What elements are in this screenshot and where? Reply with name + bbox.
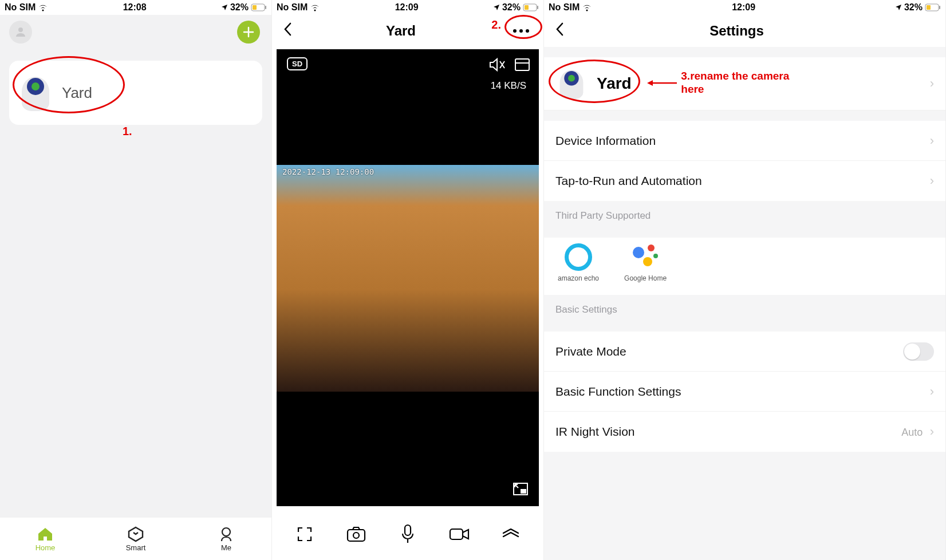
liveview-header: Yard 2.	[272, 15, 543, 47]
row-label: Private Mode	[555, 345, 626, 358]
tab-smart[interactable]: Smart	[90, 518, 181, 560]
svg-rect-7	[525, 5, 529, 10]
private-mode-toggle[interactable]	[903, 342, 934, 361]
record-button[interactable]	[447, 522, 472, 547]
alexa-icon	[565, 243, 592, 271]
bitrate-text: 14 KB/S	[491, 80, 526, 92]
home-icon	[36, 526, 54, 542]
svg-point-13	[353, 533, 359, 538]
add-device-button[interactable]	[237, 21, 260, 44]
liveview-controls	[272, 508, 543, 560]
annotation-label-2: 2.	[491, 18, 501, 31]
wifi-icon	[38, 3, 48, 11]
tab-home-label: Home	[36, 543, 56, 552]
google-home-icon	[632, 243, 659, 271]
layout-icon[interactable]	[515, 58, 530, 73]
mic-button[interactable]	[395, 522, 420, 547]
svg-point-3	[18, 27, 23, 32]
svg-rect-15	[450, 529, 463, 539]
svg-rect-8	[515, 59, 529, 70]
settings-header: Settings	[544, 15, 945, 47]
third-party-google-home[interactable]: Google Home	[624, 243, 667, 282]
clock: 12:09	[732, 2, 755, 13]
bottom-tabbar: Home Smart Me	[0, 518, 271, 560]
location-icon	[895, 4, 902, 11]
camera-device-icon	[558, 68, 585, 99]
svg-rect-12	[348, 530, 365, 541]
wifi-icon	[310, 3, 320, 11]
chevron-right-icon: ›	[930, 384, 934, 399]
tab-home[interactable]: Home	[0, 518, 90, 560]
video-viewport[interactable]: SD 14 KB/S 2022-12-13 12:09:00	[277, 49, 539, 506]
fullscreen-button[interactable]	[292, 522, 317, 547]
battery-text: 32%	[904, 2, 923, 13]
carrier-text: No SIM	[5, 2, 36, 13]
device-name-label: Yard	[597, 74, 632, 93]
mute-icon[interactable]	[488, 57, 506, 74]
device-card-yard[interactable]: Yard	[9, 61, 262, 125]
profile-avatar[interactable]	[9, 21, 32, 44]
annotation-text-3: 3.rename the camera here	[681, 70, 807, 96]
carrier-text: No SIM	[277, 2, 308, 13]
annotation-label-1: 1.	[123, 125, 132, 138]
row-private-mode[interactable]: Private Mode	[544, 332, 945, 372]
liveview-title: Yard	[386, 23, 416, 39]
battery-icon	[925, 3, 941, 11]
row-basic-function[interactable]: Basic Function Settings ›	[544, 372, 945, 412]
smart-icon	[127, 526, 145, 542]
section-third-party: Third Party Supported	[544, 201, 945, 227]
tps-ghome-label: Google Home	[624, 274, 667, 282]
row-automation[interactable]: Tap-to-Run and Automation ›	[544, 161, 945, 201]
row-label: IR Night Vision	[555, 425, 635, 439]
battery-icon	[251, 3, 267, 11]
row-ir-night-vision[interactable]: IR Night Vision Auto ›	[544, 412, 945, 452]
chevron-right-icon: ›	[930, 76, 934, 91]
svg-rect-17	[939, 6, 940, 9]
me-icon	[217, 526, 235, 542]
row-label: Tap-to-Run and Automation	[555, 174, 702, 188]
svg-rect-11	[521, 489, 526, 494]
tps-alexa-label: amazon echo	[558, 274, 599, 282]
svg-rect-18	[927, 5, 931, 10]
tab-smart-label: Smart	[126, 543, 146, 552]
section-basic-settings: Basic Settings	[544, 295, 945, 321]
more-options-button[interactable]	[509, 19, 533, 43]
chevron-right-icon: ›	[930, 173, 934, 188]
quality-badge[interactable]: SD	[287, 57, 308, 70]
svg-rect-14	[405, 525, 411, 535]
tab-me[interactable]: Me	[181, 518, 271, 560]
fullscreen-icon[interactable]	[513, 482, 529, 498]
snapshot-button[interactable]	[344, 522, 369, 547]
device-name-label: Yard	[62, 84, 92, 102]
phone-home-screen: No SIM 12:08 32%	[0, 0, 272, 560]
settings-title: Settings	[549, 23, 925, 39]
battery-text: 32%	[502, 2, 521, 13]
annotation-arrow-3: 3.rename the camera here	[646, 70, 807, 96]
back-button[interactable]	[282, 21, 293, 41]
battery-text: 32%	[230, 2, 249, 13]
third-party-alexa[interactable]: amazon echo	[558, 243, 599, 282]
row-device-information[interactable]: Device Information ›	[544, 121, 945, 161]
expand-button[interactable]	[498, 522, 523, 547]
home-body: Yard 1. Home Smart Me	[0, 15, 271, 560]
carrier-text: No SIM	[549, 2, 580, 13]
location-icon	[493, 4, 500, 11]
location-icon	[221, 4, 228, 11]
chevron-right-icon: ›	[930, 424, 934, 439]
status-bar: No SIM 12:09 32%	[272, 0, 543, 15]
video-timestamp: 2022-12-13 12:09:00	[282, 167, 374, 176]
row-label: Basic Function Settings	[555, 385, 681, 399]
clock: 12:08	[123, 2, 147, 13]
svg-rect-2	[253, 5, 257, 10]
phone-settings-screen: No SIM 12:09 32% Settings Yard ›	[544, 0, 946, 560]
status-bar: No SIM 12:08 32%	[0, 0, 271, 15]
chevron-right-icon: ›	[930, 133, 934, 148]
svg-rect-6	[537, 6, 538, 9]
phone-liveview-screen: No SIM 12:09 32% Yard 2. SD	[272, 0, 544, 560]
svg-point-4	[222, 528, 230, 536]
row-value: Auto	[901, 427, 923, 438]
camera-feed-image	[277, 165, 539, 392]
status-bar: No SIM 12:09 32%	[544, 0, 945, 15]
tab-me-label: Me	[221, 543, 231, 552]
svg-rect-1	[265, 6, 266, 9]
